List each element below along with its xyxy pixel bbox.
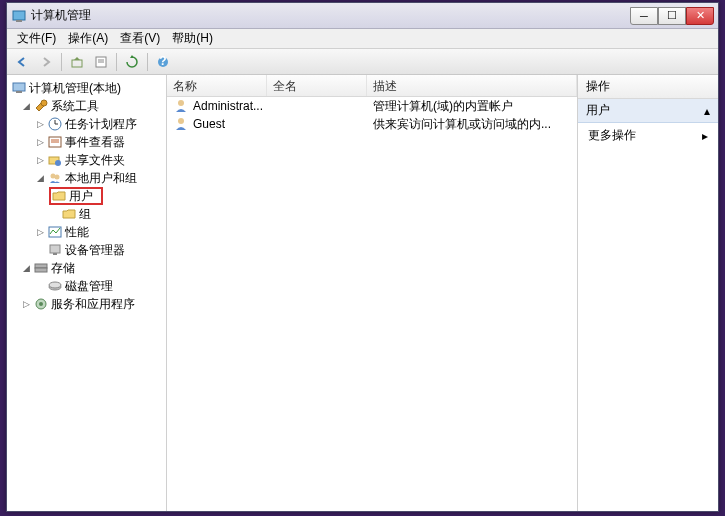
menu-action[interactable]: 操作(A) [62,28,114,49]
svg-rect-1 [16,20,22,22]
expand-icon[interactable]: ▷ [35,119,46,130]
list-body[interactable]: Administrat...管理计算机(域)的内置帐户Guest供来宾访问计算机… [167,97,577,511]
expand-icon[interactable]: ▷ [35,137,46,148]
svg-rect-2 [72,60,82,67]
actions-pane: 操作 用户 ▴ 更多操作 ▸ [578,75,718,511]
expand-icon[interactable]: ▷ [35,155,46,166]
expand-icon[interactable]: ▷ [21,299,32,310]
tree-label: 组 [79,206,91,223]
col-description[interactable]: 描述 [367,75,577,96]
menu-view[interactable]: 查看(V) [114,28,166,49]
app-icon [11,8,27,24]
tree-storage[interactable]: ◢ 存储 [7,259,166,277]
menu-help[interactable]: 帮助(H) [166,28,219,49]
collapse-icon[interactable]: ◢ [35,173,46,184]
tree-local-users-groups[interactable]: ◢ 本地用户和组 [7,169,166,187]
svg-rect-0 [13,11,25,20]
minimize-button[interactable]: ─ [630,7,658,25]
tree-label: 本地用户和组 [65,170,137,187]
user-name: Guest [193,117,225,131]
tree-services-apps[interactable]: ▷ 服务和应用程序 [7,295,166,313]
actions-section-label: 用户 [586,102,610,119]
tree-root[interactable]: 计算机管理(本地) [7,79,166,97]
tree-label: 服务和应用程序 [51,296,135,313]
tools-icon [33,98,49,114]
storage-icon [33,260,49,276]
svg-rect-22 [50,245,60,253]
services-icon [33,296,49,312]
tree-event-viewer[interactable]: ▷ 事件查看器 [7,133,166,151]
expand-icon[interactable]: ▷ [35,227,46,238]
svg-rect-9 [16,91,22,93]
user-desc: 供来宾访问计算机或访问域的内... [367,116,577,133]
svg-point-29 [39,302,43,306]
folder-icon [51,188,67,204]
svg-rect-23 [53,253,57,255]
col-name[interactable]: 名称 [167,75,267,96]
up-button[interactable] [66,51,88,73]
list-header: 名称 全名 描述 [167,75,577,97]
tree-device-manager[interactable]: 设备管理器 [7,241,166,259]
collapse-icon[interactable]: ◢ [21,263,32,274]
svg-rect-25 [35,268,47,272]
performance-icon [47,224,63,240]
toolbar-separator [116,53,117,71]
titlebar[interactable]: 计算机管理 ─ ☐ ✕ [7,3,718,29]
tree-system-tools[interactable]: ◢ 系统工具 [7,97,166,115]
svg-point-31 [178,118,184,124]
tree-label: 性能 [65,224,89,241]
tree-users[interactable]: 用户 [49,187,103,205]
close-button[interactable]: ✕ [686,7,714,25]
clock-icon [47,116,63,132]
svg-rect-8 [13,83,25,91]
svg-rect-24 [35,264,47,268]
back-button[interactable] [11,51,33,73]
user-desc: 管理计算机(域)的内置帐户 [367,98,577,115]
tree-task-scheduler[interactable]: ▷ 任务计划程序 [7,115,166,133]
user-icon [173,98,189,114]
tree-shared-folders[interactable]: ▷ 共享文件夹 [7,151,166,169]
tree-performance[interactable]: ▷ 性能 [7,223,166,241]
users-group-icon [47,170,63,186]
navigation-tree[interactable]: 计算机管理(本地) ◢ 系统工具 ▷ 任务计划程序 ▷ 事件查看器 ▷ 共享文件… [7,75,167,511]
disk-icon [47,278,63,294]
tree-groups[interactable]: 组 [7,205,166,223]
tree-label: 用户 [69,188,93,205]
computer-icon [11,80,27,96]
client-area: 计算机管理(本地) ◢ 系统工具 ▷ 任务计划程序 ▷ 事件查看器 ▷ 共享文件… [7,75,718,511]
shared-icon [47,152,63,168]
more-actions-label: 更多操作 [588,127,636,144]
actions-section[interactable]: 用户 ▴ [578,99,718,123]
svg-point-30 [178,100,184,106]
user-name: Administrat... [193,99,263,113]
maximize-button[interactable]: ☐ [658,7,686,25]
svg-point-18 [55,160,61,166]
help-button[interactable]: ? [152,51,174,73]
forward-button[interactable] [35,51,57,73]
tree-disk-management[interactable]: 磁盘管理 [7,277,166,295]
tree-label: 事件查看器 [65,134,125,151]
user-icon [173,116,189,132]
svg-point-10 [41,100,47,106]
toolbar-separator [61,53,62,71]
collapse-icon[interactable]: ◢ [21,101,32,112]
chevron-up-icon: ▴ [704,104,710,118]
folder-icon [61,206,77,222]
event-icon [47,134,63,150]
tree-label: 磁盘管理 [65,278,113,295]
refresh-button[interactable] [121,51,143,73]
user-row[interactable]: Guest供来宾访问计算机或访问域的内... [167,115,577,133]
col-fullname[interactable]: 全名 [267,75,367,96]
svg-point-20 [55,175,60,180]
tree-label: 存储 [51,260,75,277]
tree-label: 任务计划程序 [65,116,137,133]
tree-label: 系统工具 [51,98,99,115]
menu-file[interactable]: 文件(F) [11,28,62,49]
tree-label: 计算机管理(本地) [29,80,121,97]
user-row[interactable]: Administrat...管理计算机(域)的内置帐户 [167,97,577,115]
device-icon [47,242,63,258]
properties-button[interactable] [90,51,112,73]
toolbar-separator [147,53,148,71]
more-actions[interactable]: 更多操作 ▸ [578,123,718,148]
tree-label: 共享文件夹 [65,152,125,169]
